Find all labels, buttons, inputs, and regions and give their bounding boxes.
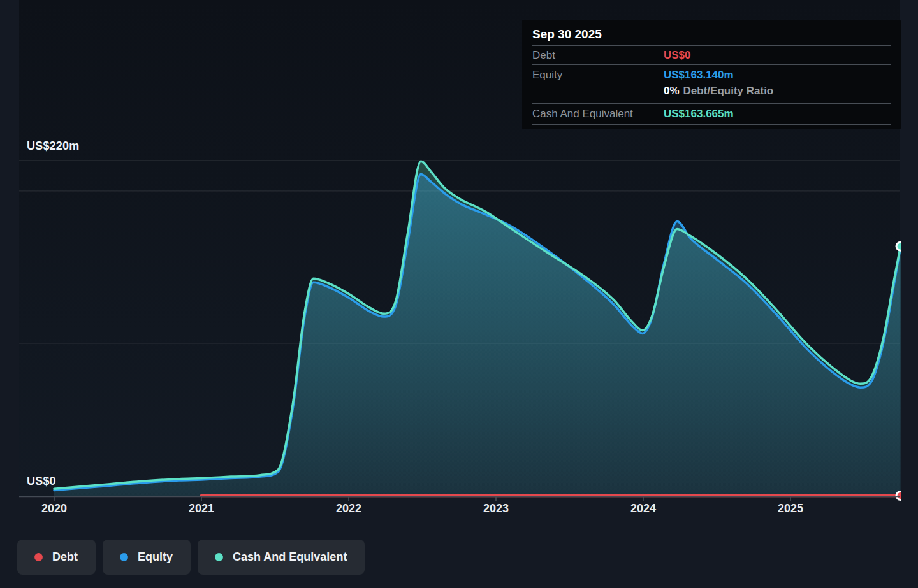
x-axis-tick-2024: 2024: [630, 502, 656, 515]
tooltip-cash-value: US$163.665m: [664, 108, 734, 120]
debt-dot-icon: [34, 553, 43, 561]
legend-cash-label: Cash And Equivalent: [233, 550, 347, 564]
tooltip-cash-label: Cash And Equivalent: [532, 108, 664, 120]
tooltip-equity-label: Equity: [532, 69, 664, 82]
legend-item-equity[interactable]: Equity: [103, 540, 191, 575]
equity-dot-icon: [120, 553, 128, 561]
legend-item-cash[interactable]: Cash And Equivalent: [198, 540, 365, 575]
cash-and-equivalent-end-dot: [898, 243, 904, 250]
tooltip-ratio-label: Debt/Equity Ratio: [683, 85, 774, 97]
y-axis-label-max: US$220m: [27, 140, 79, 153]
legend-item-debt[interactable]: Debt: [17, 540, 96, 575]
tooltip-ratio-value: 0%: [664, 85, 680, 97]
legend-equity-label: Equity: [138, 550, 173, 564]
debt-end-dot: [898, 492, 904, 499]
x-axis-tick-2020: 2020: [41, 502, 67, 515]
tooltip-equity-value: US$163.140m: [664, 69, 734, 82]
cash-dot-icon: [215, 553, 223, 561]
tooltip-debt-value: US$0: [664, 49, 691, 62]
tooltip-ratio-row: 0%Debt/Equity Ratio: [532, 85, 891, 104]
tooltip-equity-row: Equity US$163.140m: [532, 65, 891, 85]
tooltip-debt-label: Debt: [532, 49, 664, 62]
y-axis-label-zero: US$0: [27, 475, 56, 488]
tooltip-debt-row: Debt US$0: [532, 46, 891, 65]
tooltip-cash-row: Cash And Equivalent US$163.665m: [532, 104, 891, 125]
debt-equity-history-chart: US$220m US$0 2020 2021 2022 2023 2024 20…: [0, 0, 918, 588]
x-axis-tick-2022: 2022: [336, 502, 361, 515]
legend-debt-label: Debt: [52, 550, 78, 564]
x-axis-tick-2025: 2025: [778, 502, 803, 515]
x-axis-tick-2021: 2021: [189, 502, 214, 515]
x-axis-tick-2023: 2023: [483, 502, 509, 515]
chart-legend: Debt Equity Cash And Equivalent: [17, 540, 365, 575]
tooltip-date: Sep 30 2025: [532, 20, 891, 46]
chart-tooltip: Sep 30 2025 Debt US$0 Equity US$163.140m…: [522, 20, 901, 129]
